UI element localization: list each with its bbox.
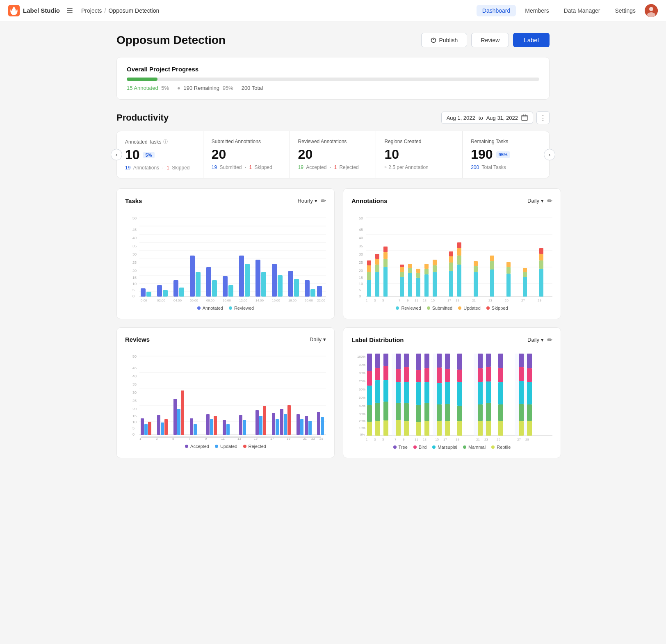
annotations-chart-edit-icon[interactable]: ✏ [547, 197, 552, 205]
svg-rect-33 [146, 292, 151, 297]
svg-text:5: 5 [382, 438, 384, 441]
svg-text:20: 20 [132, 407, 137, 411]
label-dist-period-selector[interactable]: Daily ▾ [527, 337, 544, 343]
stat-card-submitted: Submitted Annotations 20 19 Submitted · … [203, 131, 290, 178]
svg-text:25: 25 [132, 260, 137, 265]
tasks-period-selector[interactable]: Hourly ▾ [297, 198, 317, 204]
legend-dot-accepted [185, 445, 188, 448]
svg-rect-42 [223, 276, 228, 297]
svg-rect-101 [408, 273, 412, 297]
svg-text:15: 15 [435, 438, 439, 441]
nav-data-manager[interactable]: Data Manager [558, 5, 606, 16]
charts-grid: Tasks Hourly ▾ ✏ 50 45 40 35 30 [116, 188, 550, 458]
carousel-left-button[interactable]: ‹ [111, 149, 122, 160]
svg-rect-193 [280, 409, 283, 435]
svg-rect-190 [263, 406, 266, 435]
svg-rect-34 [157, 285, 162, 297]
avatar-image [645, 4, 658, 17]
nav-settings[interactable]: Settings [609, 5, 641, 16]
svg-rect-99 [400, 267, 404, 272]
svg-point-2 [649, 7, 653, 11]
svg-rect-109 [424, 264, 429, 269]
review-button[interactable]: Review [471, 33, 509, 47]
svg-rect-45 [245, 264, 250, 297]
app-logo[interactable]: Label Studio [8, 5, 60, 16]
svg-text:20%: 20% [359, 419, 365, 423]
annotations-period-selector[interactable]: Daily ▾ [527, 198, 544, 204]
tasks-chart-controls: Hourly ▾ ✏ [297, 197, 326, 205]
svg-rect-116 [449, 251, 453, 256]
svg-rect-179 [190, 418, 193, 435]
svg-rect-95 [383, 252, 388, 259]
svg-rect-240 [383, 366, 388, 380]
breadcrumb-projects[interactable]: Projects [81, 7, 102, 14]
svg-rect-183 [214, 416, 217, 435]
svg-text:15: 15 [359, 276, 363, 280]
stat-sub-reviewed: 19 Accepted · 1 Rejected [298, 164, 368, 170]
svg-rect-243 [383, 420, 388, 436]
svg-rect-196 [297, 414, 300, 435]
svg-rect-105 [416, 273, 420, 278]
svg-rect-291 [486, 421, 491, 436]
svg-rect-40 [206, 267, 211, 297]
svg-text:9: 9 [403, 438, 405, 441]
svg-rect-232 [367, 405, 372, 422]
svg-rect-53 [310, 289, 315, 297]
svg-text:29: 29 [525, 438, 529, 441]
annotations-chart-header: Annotations Daily ▾ ✏ [351, 197, 552, 205]
svg-rect-235 [375, 368, 380, 380]
top-navigation: Label Studio ☰ Projects / Opposum Detect… [0, 0, 666, 21]
svg-text:7: 7 [399, 299, 401, 301]
svg-rect-85 [367, 280, 371, 297]
svg-rect-135 [539, 254, 543, 260]
tasks-chart-edit-icon[interactable]: ✏ [321, 197, 326, 205]
productivity-section-header: Productivity Aug 1, 2022 to Aug 31, 2022… [116, 111, 550, 124]
svg-rect-177 [177, 409, 180, 435]
svg-text:23: 23 [484, 438, 488, 441]
svg-rect-256 [416, 370, 421, 382]
svg-rect-262 [424, 382, 429, 403]
svg-text:20: 20 [132, 269, 137, 273]
svg-rect-48 [272, 264, 277, 297]
svg-rect-233 [367, 422, 372, 436]
svg-text:80%: 80% [359, 371, 365, 375]
svg-text:40: 40 [132, 236, 137, 240]
svg-rect-185 [226, 424, 230, 435]
reviews-period-selector[interactable]: Daily ▾ [310, 336, 326, 343]
svg-rect-186 [239, 415, 242, 435]
menu-icon[interactable]: ☰ [66, 6, 73, 15]
svg-rect-230 [367, 371, 372, 386]
svg-rect-182 [210, 419, 213, 435]
legend-mammal: Mammal [463, 445, 486, 450]
svg-rect-269 [437, 404, 442, 421]
user-avatar[interactable] [645, 4, 658, 17]
svg-rect-125 [490, 261, 494, 269]
legend-dot-mammal [463, 445, 466, 449]
tasks-chart-legend: Annotated Reviewed [125, 306, 326, 311]
svg-rect-129 [506, 262, 511, 267]
stat-card-reviewed: Reviewed Annotations 20 19 Accepted · 1 … [290, 131, 376, 178]
nav-members[interactable]: Members [519, 5, 554, 16]
svg-rect-296 [498, 421, 503, 436]
nav-dashboard[interactable]: Dashboard [477, 5, 516, 16]
svg-rect-305 [527, 382, 532, 404]
label-dist-chart-edit-icon[interactable]: ✏ [547, 336, 552, 344]
svg-text:40: 40 [359, 236, 363, 240]
more-options-button[interactable]: ⋮ [536, 111, 550, 124]
label-button[interactable]: Label [513, 33, 550, 47]
publish-button[interactable]: Publish [421, 33, 467, 47]
carousel-right-button[interactable]: › [544, 149, 555, 160]
date-range-picker[interactable]: Aug 1, 2022 to Aug 31, 2022 [441, 112, 533, 124]
legend-dot-updated-rev [215, 445, 218, 448]
label-dist-chart-card: Label Distribution Daily ▾ ✏ 100% 90% 80… [343, 327, 561, 458]
svg-rect-280 [457, 421, 462, 436]
svg-rect-176 [173, 399, 177, 435]
tasks-chart-title: Tasks [125, 197, 142, 204]
stat-card-annotated-tasks: Annotated Tasks ⓘ 10 5% 19 Annotations ·… [117, 131, 203, 178]
svg-rect-284 [478, 382, 483, 404]
tasks-chart-card: Tasks Hourly ▾ ✏ 50 45 40 35 30 [116, 188, 335, 319]
svg-text:08:00: 08:00 [206, 299, 215, 301]
svg-rect-111 [433, 265, 437, 272]
svg-rect-293 [498, 368, 503, 382]
svg-rect-301 [519, 404, 524, 421]
